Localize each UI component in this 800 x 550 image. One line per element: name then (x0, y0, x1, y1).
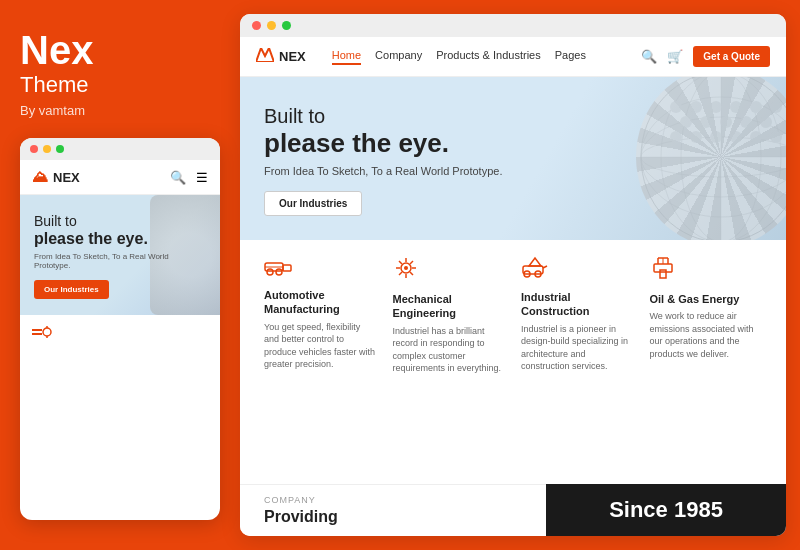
nav-link-company[interactable]: Company (375, 49, 422, 65)
svg-marker-5 (256, 48, 274, 62)
nav-links: Home Company Products & Industries Pages (332, 49, 624, 65)
desktop-cart-icon[interactable]: 🛒 (667, 49, 683, 64)
svg-rect-52 (654, 264, 672, 272)
svg-line-50 (543, 266, 547, 268)
mobile-dot-yellow (43, 145, 51, 153)
desktop-search-icon[interactable]: 🔍 (641, 49, 657, 64)
automotive-title: Automotive Manufacturing (264, 288, 377, 317)
desktop-top-bar (240, 14, 786, 37)
svg-point-14 (670, 101, 682, 113)
nav-link-pages[interactable]: Pages (555, 49, 586, 65)
svg-point-18 (750, 101, 762, 113)
mobile-logo: ⛰ NEX (32, 168, 80, 186)
mechanical-title: Mechanical Engineering (393, 292, 506, 321)
svg-point-19 (770, 101, 782, 113)
mobile-hero-subtitle: From Idea To Sketch, To a Real World Pro… (34, 252, 206, 270)
svg-point-29 (750, 131, 762, 143)
svg-point-21 (700, 116, 712, 128)
desktop-bottom: COMPANY Providing Since 1985 (240, 484, 786, 536)
get-quote-button[interactable]: Get a Quote (693, 46, 770, 67)
svg-rect-1 (32, 333, 42, 335)
mobile-hero-text: Built to please the eye. From Idea To Sk… (34, 213, 206, 299)
mobile-dot-red (30, 145, 38, 153)
svg-point-30 (770, 131, 782, 143)
company-label: COMPANY (264, 495, 522, 505)
svg-point-33 (276, 269, 282, 275)
construction-title: Industrial Construction (521, 290, 634, 319)
mobile-dot-green (56, 145, 64, 153)
theme-title: Nex (20, 30, 220, 70)
menu-icon[interactable]: ☰ (196, 170, 208, 185)
nav-link-products[interactable]: Products & Industries (436, 49, 541, 65)
mobile-hero-line2: please the eye. (34, 229, 206, 248)
mobile-mockup: ⛰ NEX 🔍 ☰ Built to please the eye. From … (20, 138, 220, 520)
theme-subtitle: Theme (20, 72, 220, 98)
automotive-desc: You get speed, flexibility and better co… (264, 321, 377, 371)
svg-point-25 (670, 131, 682, 143)
svg-point-27 (710, 131, 722, 143)
mobile-hero: Built to please the eye. From Idea To Sk… (20, 195, 220, 315)
mechanical-icon (393, 256, 506, 286)
left-panel: Nex Theme By vamtam ⛰ NEX 🔍 ☰ Built to p… (0, 0, 240, 550)
svg-point-32 (267, 269, 273, 275)
desktop-mockup: NEX Home Company Products & Industries P… (240, 14, 786, 536)
mobile-nav: ⛰ NEX 🔍 ☰ (20, 160, 220, 195)
svg-marker-49 (529, 258, 541, 266)
oilgas-title: Oil & Gas Energy (650, 292, 763, 306)
desktop-dot-red (252, 21, 261, 30)
mobile-nav-icons: 🔍 ☰ (170, 170, 208, 185)
industry-card-oilgas: Oil & Gas Energy We work to reduce air e… (650, 256, 763, 375)
mechanical-desc: Industriel has a brilliant record in res… (393, 325, 506, 375)
company-section: COMPANY Providing (240, 484, 546, 536)
theme-author: By vamtam (20, 103, 220, 118)
nav-right: 🔍 🛒 Get a Quote (641, 46, 770, 67)
mobile-our-industries-button[interactable]: Our Industries (34, 280, 109, 299)
svg-point-20 (680, 116, 692, 128)
industry-card-automotive: Automotive Manufacturing You get speed, … (264, 256, 377, 375)
mobile-logo-text: NEX (53, 170, 80, 185)
svg-rect-51 (660, 270, 666, 278)
desktop-logo-text: NEX (279, 49, 306, 64)
svg-point-26 (690, 131, 702, 143)
since-banner: Since 1985 (546, 484, 786, 536)
svg-line-43 (410, 272, 413, 275)
since-text: Since 1985 (609, 497, 723, 523)
desktop-nav: NEX Home Company Products & Industries P… (240, 37, 786, 77)
search-icon[interactable]: 🔍 (170, 170, 186, 185)
oilgas-icon (650, 256, 763, 286)
automotive-icon (264, 256, 377, 282)
desktop-logo: NEX (256, 48, 306, 66)
industry-card-construction: Industrial Construction Industriel is a … (521, 256, 634, 375)
desktop-hero: Built to please the eye. From Idea To Sk… (240, 77, 786, 240)
industries-section: Automotive Manufacturing You get speed, … (240, 240, 786, 391)
svg-point-28 (730, 131, 742, 143)
nav-link-home[interactable]: Home (332, 49, 361, 65)
desktop-our-industries-button[interactable]: Our Industries (264, 191, 362, 216)
svg-point-16 (710, 101, 722, 113)
svg-point-15 (690, 101, 702, 113)
svg-point-37 (404, 266, 408, 270)
construction-icon (521, 256, 634, 284)
svg-line-44 (410, 261, 413, 264)
desktop-dot-green (282, 21, 291, 30)
oilgas-desc: We work to reduce air emissions associat… (650, 310, 763, 360)
desktop-dot-yellow (267, 21, 276, 30)
mobile-bottom (20, 315, 220, 354)
svg-line-45 (399, 272, 402, 275)
mobile-top-bar (20, 138, 220, 160)
svg-rect-0 (32, 329, 42, 331)
industry-card-mechanical: Mechanical Engineering Industriel has a … (393, 256, 506, 375)
nex-logo-icon: ⛰ (32, 168, 48, 186)
svg-point-24 (760, 116, 772, 128)
svg-point-23 (740, 116, 752, 128)
svg-point-2 (43, 328, 51, 336)
gear-icon (32, 323, 54, 346)
construction-desc: Industriel is a pioneer in design-build … (521, 323, 634, 373)
company-heading: Providing (264, 508, 522, 526)
desktop-hero-sphere (636, 77, 786, 240)
svg-point-22 (720, 116, 732, 128)
svg-line-42 (399, 261, 402, 264)
svg-point-17 (730, 101, 742, 113)
nex-logo-icon-desktop (256, 48, 274, 66)
mobile-hero-line1: Built to (34, 213, 206, 229)
